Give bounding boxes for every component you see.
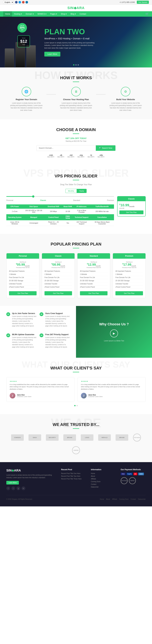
- premium-amount: $17.99/month: [115, 263, 143, 267]
- nav-pages[interactable]: Pages ▾: [48, 11, 59, 17]
- get-started-button[interactable]: Get Started: [137, 1, 149, 4]
- cart-icon[interactable]: 🛒: [145, 12, 149, 16]
- footer-info-contact[interactable]: Contact: [91, 484, 116, 485]
- payment-master: MC: [134, 472, 137, 475]
- standard-features: All Important Features 1 Website Free Do…: [80, 270, 108, 289]
- nav-home[interactable]: Home: [3, 11, 12, 17]
- why-grid: 01 Up to Join Faster Servers Lorem ipsum…: [6, 312, 70, 351]
- trusted-logo-herald: HERALD: [98, 434, 111, 441]
- vps-plan-classic[interactable]: Classic: [40, 199, 46, 201]
- footer-facebook-icon[interactable]: f: [6, 486, 10, 490]
- pricing-card-premium: Premium Starting at $17.99/month Previou…: [113, 253, 146, 298]
- why-item-1: 01 Up to Join Faster Servers Lorem ipsum…: [6, 312, 36, 327]
- standard-feature-2: 1 Website: [80, 273, 108, 276]
- vps-td-managed: Unmanaged: [23, 220, 44, 226]
- nav-domain[interactable]: Domain ▾: [24, 11, 36, 17]
- footer-bottom-about[interactable]: About: [106, 498, 110, 500]
- vps-td-download: 200 Mbps: [44, 209, 63, 214]
- vps-th-panel: Control Panel: [44, 214, 63, 220]
- vps-toggle-yearly[interactable]: Yearly: [77, 189, 86, 193]
- payment-amex: AMEX: [138, 472, 144, 475]
- footer-recent-title: Recent Post: [61, 468, 86, 471]
- linkedin-icon[interactable]: in: [25, 1, 28, 4]
- testimonial-dot-2[interactable]: [76, 405, 78, 406]
- test-role-2: Customer Lorem Store: [88, 396, 103, 398]
- vps-card-btn[interactable]: Get This Plan: [119, 210, 144, 214]
- footer-post-2[interactable]: Recent Post Title Two Here: [61, 475, 86, 477]
- why-num-3: 03: [6, 334, 10, 337]
- footer-twitter-icon[interactable]: t: [11, 486, 15, 490]
- vps-toggle-monthly[interactable]: Monthly: [66, 189, 77, 193]
- domain-search-button[interactable]: 🔍 Search Now: [96, 145, 115, 151]
- hero-dot-3[interactable]: [78, 64, 79, 66]
- top-bar-left: English f t g in: [3, 1, 28, 4]
- why-num-4: 04: [40, 334, 43, 337]
- footer-google-icon[interactable]: g: [16, 486, 20, 490]
- footer-info-coming[interactable]: Coming Soon: [91, 481, 116, 482]
- vps-plan-premium[interactable]: Premium: [107, 199, 114, 201]
- why-title-2: Guru Crew Support: [45, 312, 70, 314]
- nav-shop[interactable]: Shop ▾: [59, 11, 69, 17]
- pricing-card-standard: Standard Starting at $12.99/month Previo…: [77, 253, 110, 298]
- footer-info-affiliate[interactable]: Affiliate: [91, 478, 116, 480]
- personal-plan-btn[interactable]: Get This Plan: [9, 291, 37, 295]
- standard-feature-5: Unlimited Transfer: [80, 282, 108, 286]
- classic-features: All Important Features 1 Website Free Do…: [44, 270, 72, 289]
- how-title: HOW IT WORKS: [6, 76, 146, 80]
- footer-desc: Lorem ipsum is simply dummy text of the …: [6, 474, 56, 479]
- why-left: 01 Up to Join Faster Servers Lorem ipsum…: [0, 306, 76, 358]
- footer-bottom-datacenter[interactable]: Datacenter: [138, 498, 146, 500]
- facebook-icon[interactable]: f: [15, 1, 17, 4]
- trusted-logo-brand: BRAND: [63, 434, 76, 441]
- hero-desc: Lorem Ipsum is simply dummy text of the …: [44, 42, 95, 49]
- hero-content: PLAN TWO WordPress + SSD Hosting + Domai…: [6, 28, 146, 56]
- footer-bottom-affiliate[interactable]: Affiliate: [112, 498, 117, 500]
- why-play-btn[interactable]: ▶: [110, 330, 118, 338]
- testimonial-dot-1[interactable]: [74, 405, 76, 406]
- google-icon[interactable]: g: [22, 1, 24, 4]
- why-right: Why Choose Us ? ▶ Lorem Ipsum is a Bette…: [76, 306, 152, 358]
- footer-bottom: © 2016 Singara. All Rights Reserved. Hom…: [6, 495, 146, 500]
- domain-search-input[interactable]: [37, 145, 96, 151]
- footer-info-about[interactable]: About: [91, 475, 116, 477]
- site-logo[interactable]: SIN◆ARA: [67, 6, 85, 10]
- vps-slider-handle[interactable]: [32, 195, 34, 198]
- nav-hosting[interactable]: Hosting ▾: [12, 11, 24, 17]
- how-it-works-section: HOW IT WORKS HOW IT WORKS 🌐 Register You…: [0, 68, 152, 119]
- vps-plan-standard[interactable]: Standard: [73, 199, 80, 201]
- footer-bottom-contact[interactable]: Contact: [131, 498, 136, 500]
- footer-linkedin-icon[interactable]: in: [21, 486, 25, 490]
- footer-info-datacenter[interactable]: Datacenter: [91, 486, 116, 488]
- premium-feature-5: Unlimited Transfer: [115, 282, 143, 286]
- footer-info-home[interactable]: Home: [91, 472, 116, 474]
- hiw-step-2-desc: Lorem ipsum is simply dummy text of the …: [59, 102, 93, 112]
- logo-bar: SIN◆ARA: [0, 4, 152, 11]
- footer-learn-btn[interactable]: Learn More: [6, 481, 19, 484]
- test-author-info-2: Jane Doe Customer Lorem Store: [88, 394, 103, 398]
- personal-feature-3: Free Domain For Life: [9, 276, 37, 279]
- logo-suffix: ARA: [77, 6, 85, 10]
- classic-plan-btn[interactable]: Get This Plan: [44, 291, 72, 295]
- nav-contact[interactable]: Contact: [78, 11, 88, 17]
- nav-whmcs[interactable]: WHMCS ▾: [36, 11, 48, 17]
- twitter-icon[interactable]: t: [18, 1, 21, 4]
- language-selector[interactable]: English: [3, 1, 14, 4]
- nav-blog[interactable]: Blog ▾: [69, 11, 78, 17]
- footer-bottom-coming[interactable]: Coming Soon: [119, 498, 129, 500]
- vps-plan-personal[interactable]: Personal: [6, 199, 13, 201]
- standard-plan-btn[interactable]: Get This Plan: [80, 291, 108, 295]
- standard-feature-6: cPanel Control Panel: [80, 286, 108, 289]
- test-stars-2: ★★★★★: [81, 380, 142, 382]
- domain-search-box: 🔍 Search Now: [36, 145, 116, 151]
- footer-post-1[interactable]: Recent Post Title One Here: [61, 472, 86, 474]
- hero-btn[interactable]: Learn More: [44, 52, 60, 56]
- premium-plan-btn[interactable]: Get This Plan: [115, 291, 143, 295]
- footer-bottom-home[interactable]: Home: [100, 498, 104, 500]
- tld-edu: .edu $12.99/Yr: [98, 154, 105, 158]
- hero-dot-2[interactable]: [75, 64, 77, 66]
- personal-feature-6: cPanel Control Panel: [9, 286, 37, 289]
- why-section: 01 Up to Join Faster Servers Lorem ipsum…: [0, 306, 152, 358]
- hiw-step-3-title: Build Your Website: [116, 98, 135, 100]
- footer-post-3[interactable]: Recent Post Title Three Here: [61, 478, 86, 480]
- hero-dot-1[interactable]: [73, 64, 74, 66]
